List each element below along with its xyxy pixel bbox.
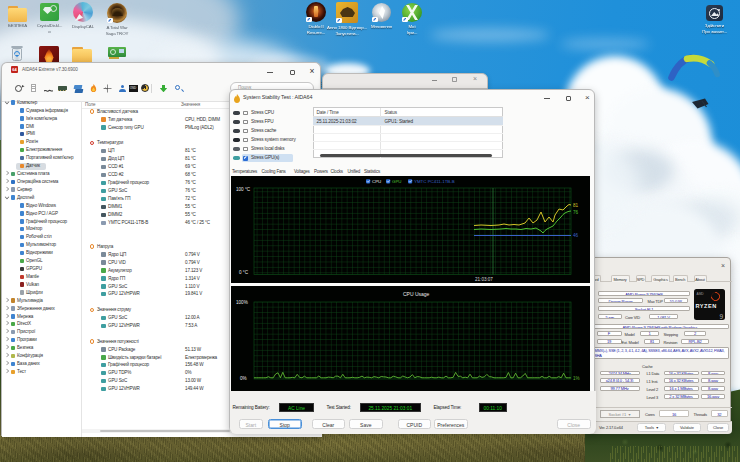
svg-text:100%: 100% <box>236 300 248 305</box>
svg-text:100 °C: 100 °C <box>236 187 251 192</box>
svg-text:0 °C: 0 °C <box>239 270 249 275</box>
svg-text:CPU: CPU <box>372 179 381 184</box>
svg-text:YMTC PC411-1TB-B: YMTC PC411-1TB-B <box>414 179 455 184</box>
svg-text:21:03:07: 21:03:07 <box>475 277 493 282</box>
svg-text:0%: 0% <box>240 376 247 381</box>
svg-text:76: 76 <box>573 210 579 215</box>
svg-text:GPU: GPU <box>392 179 402 184</box>
svg-text:46: 46 <box>573 233 579 238</box>
svg-text:CPU Usage: CPU Usage <box>403 291 430 297</box>
svg-text:1%: 1% <box>573 376 580 381</box>
svg-text:81: 81 <box>573 203 579 208</box>
